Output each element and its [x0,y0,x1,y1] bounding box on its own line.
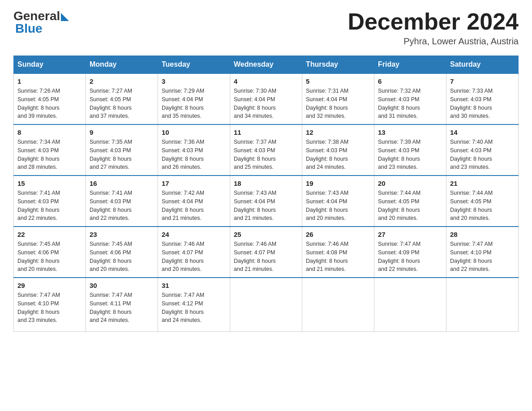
day-info-text: Sunrise: 7:47 AM Sunset: 4:10 PM Dayligh… [450,240,515,274]
calendar-day-cell: 27Sunrise: 7:47 AM Sunset: 4:09 PM Dayli… [374,227,446,278]
col-header-tuesday: Tuesday [158,56,230,74]
day-info-text: Sunrise: 7:45 AM Sunset: 4:06 PM Dayligh… [90,240,154,274]
calendar-day-cell [302,278,374,331]
calendar-day-cell: 21Sunrise: 7:44 AM Sunset: 4:05 PM Dayli… [446,176,519,227]
day-info-text: Sunrise: 7:46 AM Sunset: 4:07 PM Dayligh… [162,240,226,274]
calendar-day-cell [230,278,302,331]
location-text: Pyhra, Lower Austria, Austria [348,36,519,47]
day-info-text: Sunrise: 7:26 AM Sunset: 4:05 PM Dayligh… [17,87,82,120]
day-info-text: Sunrise: 7:44 AM Sunset: 4:05 PM Dayligh… [378,189,442,223]
day-number: 25 [234,231,298,238]
logo: General Blue [13,9,69,36]
day-number: 2 [90,77,154,85]
calendar-day-cell: 25Sunrise: 7:46 AM Sunset: 4:07 PM Dayli… [230,227,302,278]
day-info-text: Sunrise: 7:40 AM Sunset: 4:03 PM Dayligh… [450,138,515,171]
day-number: 26 [306,231,370,238]
day-number: 23 [90,231,154,238]
calendar-day-cell: 9Sunrise: 7:35 AM Sunset: 4:03 PM Daylig… [86,124,158,176]
calendar-day-cell: 20Sunrise: 7:44 AM Sunset: 4:05 PM Dayli… [374,176,446,227]
day-info-text: Sunrise: 7:33 AM Sunset: 4:03 PM Dayligh… [450,87,515,120]
calendar-day-cell: 23Sunrise: 7:45 AM Sunset: 4:06 PM Dayli… [86,227,158,278]
day-info-text: Sunrise: 7:30 AM Sunset: 4:04 PM Dayligh… [234,87,298,120]
calendar-day-cell: 16Sunrise: 7:41 AM Sunset: 4:03 PM Dayli… [86,176,158,227]
col-header-monday: Monday [86,56,158,74]
day-number: 12 [306,128,370,136]
day-number: 13 [378,128,442,136]
calendar-week-row: 22Sunrise: 7:45 AM Sunset: 4:06 PM Dayli… [14,227,519,278]
day-number: 1 [17,77,82,85]
calendar-day-cell [374,278,446,331]
day-info-text: Sunrise: 7:34 AM Sunset: 4:03 PM Dayligh… [17,138,82,171]
day-info-text: Sunrise: 7:47 AM Sunset: 4:09 PM Dayligh… [378,240,442,274]
day-info-text: Sunrise: 7:31 AM Sunset: 4:04 PM Dayligh… [306,87,370,120]
calendar-day-cell: 4Sunrise: 7:30 AM Sunset: 4:04 PM Daylig… [230,73,302,124]
day-info-text: Sunrise: 7:43 AM Sunset: 4:04 PM Dayligh… [234,189,298,223]
day-number: 28 [450,231,515,238]
day-number: 30 [90,282,154,289]
day-number: 29 [17,282,82,289]
month-year-title: December 2024 [348,9,519,34]
calendar-day-cell: 26Sunrise: 7:46 AM Sunset: 4:08 PM Dayli… [302,227,374,278]
day-number: 3 [162,77,226,85]
calendar-day-cell: 5Sunrise: 7:31 AM Sunset: 4:04 PM Daylig… [302,73,374,124]
day-number: 9 [90,128,154,136]
day-info-text: Sunrise: 7:44 AM Sunset: 4:05 PM Dayligh… [450,189,515,223]
calendar-header-row: SundayMondayTuesdayWednesdayThursdayFrid… [14,56,519,74]
calendar-table: SundayMondayTuesdayWednesdayThursdayFrid… [13,56,519,332]
calendar-day-cell: 12Sunrise: 7:38 AM Sunset: 4:03 PM Dayli… [302,124,374,176]
col-header-friday: Friday [374,56,446,74]
day-number: 10 [162,128,226,136]
title-section: December 2024 Pyhra, Lower Austria, Aust… [348,9,519,47]
calendar-day-cell: 8Sunrise: 7:34 AM Sunset: 4:03 PM Daylig… [14,124,86,176]
day-info-text: Sunrise: 7:39 AM Sunset: 4:03 PM Dayligh… [378,138,442,171]
day-info-text: Sunrise: 7:47 AM Sunset: 4:11 PM Dayligh… [90,291,154,325]
day-number: 14 [450,128,515,136]
day-info-text: Sunrise: 7:47 AM Sunset: 4:10 PM Dayligh… [17,291,82,325]
calendar-day-cell: 30Sunrise: 7:47 AM Sunset: 4:11 PM Dayli… [86,278,158,331]
day-info-text: Sunrise: 7:41 AM Sunset: 4:03 PM Dayligh… [17,189,82,223]
day-info-text: Sunrise: 7:41 AM Sunset: 4:03 PM Dayligh… [90,189,154,223]
day-info-text: Sunrise: 7:45 AM Sunset: 4:06 PM Dayligh… [17,240,82,274]
calendar-day-cell: 3Sunrise: 7:29 AM Sunset: 4:04 PM Daylig… [158,73,230,124]
calendar-day-cell: 22Sunrise: 7:45 AM Sunset: 4:06 PM Dayli… [14,227,86,278]
logo-arrow-icon [61,13,69,21]
day-info-text: Sunrise: 7:37 AM Sunset: 4:03 PM Dayligh… [234,138,298,171]
calendar-week-row: 1Sunrise: 7:26 AM Sunset: 4:05 PM Daylig… [14,73,519,124]
day-number: 6 [378,77,442,85]
day-info-text: Sunrise: 7:38 AM Sunset: 4:03 PM Dayligh… [306,138,370,171]
day-number: 18 [234,180,298,187]
logo-blue-text: Blue [13,21,43,36]
day-info-text: Sunrise: 7:47 AM Sunset: 4:12 PM Dayligh… [162,291,226,325]
day-number: 4 [234,77,298,85]
calendar-day-cell: 11Sunrise: 7:37 AM Sunset: 4:03 PM Dayli… [230,124,302,176]
calendar-day-cell: 10Sunrise: 7:36 AM Sunset: 4:03 PM Dayli… [158,124,230,176]
calendar-week-row: 8Sunrise: 7:34 AM Sunset: 4:03 PM Daylig… [14,124,519,176]
page-header: General Blue December 2024 Pyhra, Lower … [13,9,519,47]
col-header-sunday: Sunday [14,56,86,74]
day-number: 21 [450,180,515,187]
day-info-text: Sunrise: 7:29 AM Sunset: 4:04 PM Dayligh… [162,87,226,120]
calendar-day-cell: 31Sunrise: 7:47 AM Sunset: 4:12 PM Dayli… [158,278,230,331]
day-number: 31 [162,282,226,289]
day-number: 11 [234,128,298,136]
calendar-day-cell: 24Sunrise: 7:46 AM Sunset: 4:07 PM Dayli… [158,227,230,278]
calendar-day-cell: 18Sunrise: 7:43 AM Sunset: 4:04 PM Dayli… [230,176,302,227]
day-number: 5 [306,77,370,85]
calendar-day-cell: 29Sunrise: 7:47 AM Sunset: 4:10 PM Dayli… [14,278,86,331]
day-number: 8 [17,128,82,136]
col-header-saturday: Saturday [446,56,519,74]
calendar-day-cell: 7Sunrise: 7:33 AM Sunset: 4:03 PM Daylig… [446,73,519,124]
calendar-day-cell: 1Sunrise: 7:26 AM Sunset: 4:05 PM Daylig… [14,73,86,124]
day-info-text: Sunrise: 7:32 AM Sunset: 4:03 PM Dayligh… [378,87,442,120]
calendar-week-row: 29Sunrise: 7:47 AM Sunset: 4:10 PM Dayli… [14,278,519,331]
day-number: 24 [162,231,226,238]
calendar-day-cell: 15Sunrise: 7:41 AM Sunset: 4:03 PM Dayli… [14,176,86,227]
day-number: 22 [17,231,82,238]
day-info-text: Sunrise: 7:42 AM Sunset: 4:04 PM Dayligh… [162,189,226,223]
calendar-day-cell: 14Sunrise: 7:40 AM Sunset: 4:03 PM Dayli… [446,124,519,176]
day-info-text: Sunrise: 7:36 AM Sunset: 4:03 PM Dayligh… [162,138,226,171]
calendar-day-cell: 13Sunrise: 7:39 AM Sunset: 4:03 PM Dayli… [374,124,446,176]
col-header-wednesday: Wednesday [230,56,302,74]
calendar-day-cell: 6Sunrise: 7:32 AM Sunset: 4:03 PM Daylig… [374,73,446,124]
calendar-day-cell: 2Sunrise: 7:27 AM Sunset: 4:05 PM Daylig… [86,73,158,124]
